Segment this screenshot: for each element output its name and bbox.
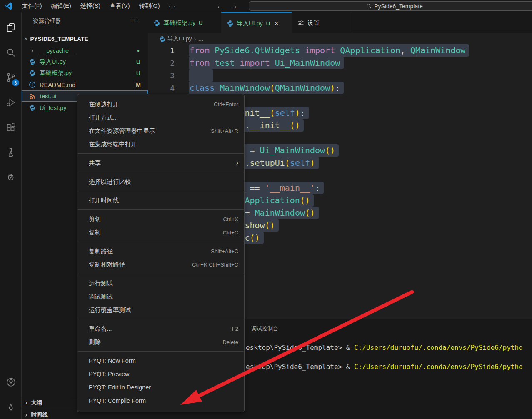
menu-item-label: PYQT: New Form — [89, 357, 238, 364]
menu-item-打开方式-[interactable]: 打开方式... — [77, 111, 244, 124]
menu-item-label: 在文件资源管理器中显示 — [89, 127, 211, 135]
menu-item-复制相对路径[interactable]: 复制相对路径Ctrl+K Ctrl+Shift+C — [77, 258, 244, 271]
menubar-item[interactable]: 编辑(E) — [47, 0, 76, 12]
source-control-icon[interactable]: 6 — [1, 67, 21, 87]
tree-item-readme-md[interactable]: README.mdM — [22, 79, 148, 90]
search-sidebar-icon[interactable] — [1, 42, 21, 62]
menu-item-label: 运行测试 — [89, 279, 238, 287]
menu-item-在文件资源管理器中显示[interactable]: 在文件资源管理器中显示Shift+Alt+R — [77, 124, 244, 137]
menu-item-label: 重命名... — [89, 325, 232, 333]
activity-bar: 6 — [0, 12, 22, 419]
menu-item-运行覆盖率测试[interactable]: 运行覆盖率测试 — [77, 303, 244, 317]
menubar-item[interactable]: 选择(S) — [76, 0, 105, 12]
terminal-prompt: esktop\PySide6_Template> & — [246, 363, 350, 371]
menu-item-pyqt-compile-form[interactable]: PYQT: Compile Form — [77, 394, 244, 407]
flame-icon[interactable] — [1, 397, 21, 417]
menu-shortcut: Delete — [222, 339, 238, 345]
editor-tab-1[interactable]: 基础框架.pyU — [148, 12, 221, 33]
run-debug-icon[interactable] — [1, 92, 21, 112]
menu-item-复制路径[interactable]: 复制路径Shift+Alt+C — [77, 244, 244, 258]
terminal-command-path: C:/Users/duruofu/.conda/envs/PySide6/pyt… — [350, 344, 522, 352]
menu-item-共享[interactable]: 共享› — [77, 156, 244, 170]
menu-separator — [78, 274, 244, 274]
menu-item-pyqt-edit-in-designer[interactable]: PYQT: Edit In Designer — [77, 381, 244, 394]
scm-changes-badge: 6 — [12, 79, 19, 86]
menubar-item[interactable]: 查看(V) — [105, 0, 134, 12]
python-icon — [227, 20, 234, 27]
menu-item-label: PYQT: Compile Form — [89, 397, 238, 404]
editor-tab-2[interactable]: 导入UI.pyU✕ — [221, 12, 292, 34]
command-center-search[interactable]: PySide6_Template — [249, 1, 532, 11]
extension-knot-icon[interactable] — [1, 167, 21, 187]
menu-item-在侧边打开[interactable]: 在侧边打开Ctrl+Enter — [77, 97, 244, 111]
file-name: README.md — [40, 82, 75, 88]
code-line[interactable]: 3 — [148, 69, 532, 82]
menubar-item[interactable]: 文件(F) — [17, 0, 47, 12]
timeline-label: 时间线 — [31, 411, 48, 419]
tree-item--py[interactable]: 基础框架.pyU — [22, 67, 148, 79]
menu-separator — [78, 172, 244, 172]
testing-flask-icon[interactable] — [1, 142, 21, 162]
file-name: Ui_test.py — [40, 105, 66, 111]
close-icon[interactable]: ✕ — [274, 20, 279, 27]
menu-shortcut: Shift+Alt+R — [211, 128, 238, 134]
tree-item--ui-py[interactable]: 导入UI.pyU — [22, 56, 148, 67]
history-forward-button[interactable]: → — [227, 1, 242, 11]
menu-item-复制[interactable]: 复制Ctrl+C — [77, 226, 244, 239]
menu-item-label: 在侧边打开 — [89, 100, 214, 108]
menu-shortcut: Ctrl+X — [223, 216, 238, 222]
menu-separator — [78, 351, 244, 352]
menu-item-在集成终端中打开[interactable]: 在集成终端中打开 — [77, 137, 244, 151]
menu-item-label: 在集成终端中打开 — [89, 140, 238, 148]
menu-shortcut: Shift+Alt+C — [211, 248, 238, 254]
menu-item-重命名-[interactable]: 重命名...F2 — [77, 322, 244, 335]
breadcrumb[interactable]: 导入UI.py › … — [148, 33, 532, 44]
terminal-line[interactable]: esktop\PySide6_Template> & C:/Users/duru… — [246, 363, 523, 371]
git-status-badge: U — [134, 70, 142, 77]
menubar: 文件(F)编辑(E)选择(S)查看(V)转到(G) — [17, 0, 164, 12]
chevron-right-icon: › — [25, 399, 27, 406]
menu-separator — [78, 191, 244, 191]
menu-item-label: 复制相对路径 — [89, 261, 192, 269]
git-status-badge: U — [266, 20, 270, 27]
title-bar: 文件(F)编辑(E)选择(S)查看(V)转到(G) ··· ← → PySide… — [0, 0, 532, 12]
tree-item--pycache-[interactable]: ›__pycache__● — [22, 45, 148, 56]
menubar-more-button[interactable]: ··· — [164, 1, 180, 11]
python-icon — [159, 36, 165, 42]
terminal-prompt: esktop\PySide6_Template> & — [246, 344, 350, 352]
menu-item-删除[interactable]: 删除Delete — [77, 335, 244, 349]
tab-label: 导入UI.py — [237, 20, 263, 27]
tree-root-pyside6-template[interactable]: › PYSIDE6_TEMPLATE — [22, 33, 148, 44]
editor-tab-3[interactable]: 设置 — [292, 12, 351, 33]
menu-item-调试测试[interactable]: 调试测试 — [77, 290, 244, 303]
code-line[interactable]: 4class MainWindow(QMainWindow): — [148, 82, 532, 94]
tab-label: 基础框架.py — [163, 19, 195, 27]
menu-item-label: 剪切 — [89, 215, 223, 223]
menu-item-运行测试[interactable]: 运行测试 — [77, 277, 244, 290]
debug-console-tab[interactable]: 调试控制台 — [251, 325, 278, 332]
menu-item-剪切[interactable]: 剪切Ctrl+X — [77, 212, 244, 226]
menu-item-选择以进行比较[interactable]: 选择以进行比较 — [77, 175, 244, 188]
account-icon[interactable] — [1, 372, 21, 392]
code-line[interactable]: 1from PySide6.QtWidgets import QApplicat… — [148, 44, 532, 57]
menu-item-label: 复制 — [89, 229, 223, 237]
explorer-icon[interactable] — [1, 17, 21, 37]
menu-shortcut: Ctrl+Enter — [214, 101, 238, 107]
info-icon — [29, 81, 36, 88]
menubar-item[interactable]: 转到(G) — [135, 0, 165, 12]
breadcrumb-file[interactable]: 导入UI.py — [167, 35, 192, 42]
menu-shortcut: Ctrl+K Ctrl+Shift+C — [192, 262, 238, 268]
menu-item-打开时间线[interactable]: 打开时间线 — [77, 194, 244, 207]
sidebar-more-actions-button[interactable]: ··· — [131, 16, 139, 23]
menu-item-label: 打开时间线 — [89, 197, 238, 205]
history-back-button[interactable]: ← — [212, 1, 227, 11]
menu-item-pyqt-new-form[interactable]: PYQT: New Form — [77, 354, 244, 367]
menu-separator — [78, 319, 244, 319]
extensions-icon[interactable] — [1, 118, 21, 138]
terminal-line[interactable]: esktop\PySide6_Template> & C:/Users/duru… — [246, 344, 523, 352]
breadcrumb-more[interactable]: … — [198, 35, 204, 42]
menu-item-pyqt-preview[interactable]: PYQT: Preview — [77, 367, 244, 381]
git-status-badge: U — [199, 20, 202, 26]
code-line[interactable]: 2from test import Ui_MainWindow — [148, 57, 532, 69]
sidebar-title: 资源管理器 — [33, 17, 61, 25]
